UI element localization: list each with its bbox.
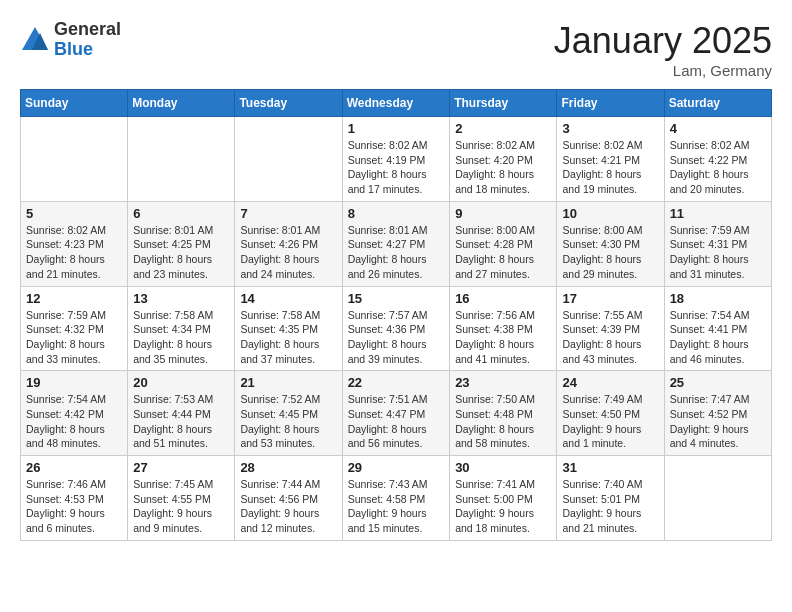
day-number: 10 <box>562 206 658 221</box>
calendar-cell: 4Sunrise: 8:02 AM Sunset: 4:22 PM Daylig… <box>664 117 771 202</box>
calendar-cell: 14Sunrise: 7:58 AM Sunset: 4:35 PM Dayli… <box>235 286 342 371</box>
day-info: Sunrise: 7:47 AM Sunset: 4:52 PM Dayligh… <box>670 392 766 451</box>
day-number: 31 <box>562 460 658 475</box>
day-number: 12 <box>26 291 122 306</box>
logo: General Blue <box>20 20 121 60</box>
day-info: Sunrise: 7:50 AM Sunset: 4:48 PM Dayligh… <box>455 392 551 451</box>
calendar-cell: 20Sunrise: 7:53 AM Sunset: 4:44 PM Dayli… <box>128 371 235 456</box>
calendar: SundayMondayTuesdayWednesdayThursdayFrid… <box>20 89 772 541</box>
calendar-cell <box>664 456 771 541</box>
day-info: Sunrise: 7:41 AM Sunset: 5:00 PM Dayligh… <box>455 477 551 536</box>
calendar-cell: 25Sunrise: 7:47 AM Sunset: 4:52 PM Dayli… <box>664 371 771 456</box>
calendar-cell: 3Sunrise: 8:02 AM Sunset: 4:21 PM Daylig… <box>557 117 664 202</box>
day-info: Sunrise: 8:00 AM Sunset: 4:28 PM Dayligh… <box>455 223 551 282</box>
day-number: 14 <box>240 291 336 306</box>
logo-icon <box>20 25 50 55</box>
month-title: January 2025 <box>554 20 772 62</box>
calendar-cell: 10Sunrise: 8:00 AM Sunset: 4:30 PM Dayli… <box>557 201 664 286</box>
day-info: Sunrise: 7:59 AM Sunset: 4:32 PM Dayligh… <box>26 308 122 367</box>
day-number: 16 <box>455 291 551 306</box>
calendar-cell: 8Sunrise: 8:01 AM Sunset: 4:27 PM Daylig… <box>342 201 450 286</box>
day-number: 18 <box>670 291 766 306</box>
calendar-cell: 1Sunrise: 8:02 AM Sunset: 4:19 PM Daylig… <box>342 117 450 202</box>
calendar-cell: 24Sunrise: 7:49 AM Sunset: 4:50 PM Dayli… <box>557 371 664 456</box>
location: Lam, Germany <box>554 62 772 79</box>
calendar-cell: 13Sunrise: 7:58 AM Sunset: 4:34 PM Dayli… <box>128 286 235 371</box>
day-number: 28 <box>240 460 336 475</box>
calendar-cell: 6Sunrise: 8:01 AM Sunset: 4:25 PM Daylig… <box>128 201 235 286</box>
day-info: Sunrise: 7:55 AM Sunset: 4:39 PM Dayligh… <box>562 308 658 367</box>
weekday-header-row: SundayMondayTuesdayWednesdayThursdayFrid… <box>21 90 772 117</box>
day-number: 11 <box>670 206 766 221</box>
calendar-cell: 11Sunrise: 7:59 AM Sunset: 4:31 PM Dayli… <box>664 201 771 286</box>
weekday-header: Saturday <box>664 90 771 117</box>
calendar-cell: 21Sunrise: 7:52 AM Sunset: 4:45 PM Dayli… <box>235 371 342 456</box>
calendar-cell: 30Sunrise: 7:41 AM Sunset: 5:00 PM Dayli… <box>450 456 557 541</box>
day-info: Sunrise: 7:49 AM Sunset: 4:50 PM Dayligh… <box>562 392 658 451</box>
weekday-header: Monday <box>128 90 235 117</box>
day-info: Sunrise: 7:54 AM Sunset: 4:42 PM Dayligh… <box>26 392 122 451</box>
day-number: 6 <box>133 206 229 221</box>
calendar-cell: 19Sunrise: 7:54 AM Sunset: 4:42 PM Dayli… <box>21 371 128 456</box>
day-info: Sunrise: 7:44 AM Sunset: 4:56 PM Dayligh… <box>240 477 336 536</box>
day-number: 7 <box>240 206 336 221</box>
logo-general: General <box>54 19 121 39</box>
day-info: Sunrise: 8:01 AM Sunset: 4:25 PM Dayligh… <box>133 223 229 282</box>
calendar-cell: 15Sunrise: 7:57 AM Sunset: 4:36 PM Dayli… <box>342 286 450 371</box>
calendar-cell: 27Sunrise: 7:45 AM Sunset: 4:55 PM Dayli… <box>128 456 235 541</box>
day-number: 9 <box>455 206 551 221</box>
weekday-header: Tuesday <box>235 90 342 117</box>
calendar-week-row: 1Sunrise: 8:02 AM Sunset: 4:19 PM Daylig… <box>21 117 772 202</box>
day-info: Sunrise: 8:02 AM Sunset: 4:23 PM Dayligh… <box>26 223 122 282</box>
calendar-cell: 22Sunrise: 7:51 AM Sunset: 4:47 PM Dayli… <box>342 371 450 456</box>
day-number: 24 <box>562 375 658 390</box>
calendar-cell: 16Sunrise: 7:56 AM Sunset: 4:38 PM Dayli… <box>450 286 557 371</box>
weekday-header: Wednesday <box>342 90 450 117</box>
day-number: 19 <box>26 375 122 390</box>
day-number: 13 <box>133 291 229 306</box>
calendar-cell: 2Sunrise: 8:02 AM Sunset: 4:20 PM Daylig… <box>450 117 557 202</box>
logo-blue: Blue <box>54 39 93 59</box>
day-info: Sunrise: 8:02 AM Sunset: 4:19 PM Dayligh… <box>348 138 445 197</box>
calendar-cell: 17Sunrise: 7:55 AM Sunset: 4:39 PM Dayli… <box>557 286 664 371</box>
calendar-cell: 23Sunrise: 7:50 AM Sunset: 4:48 PM Dayli… <box>450 371 557 456</box>
day-info: Sunrise: 8:02 AM Sunset: 4:22 PM Dayligh… <box>670 138 766 197</box>
title-block: January 2025 Lam, Germany <box>554 20 772 79</box>
day-number: 8 <box>348 206 445 221</box>
day-info: Sunrise: 7:43 AM Sunset: 4:58 PM Dayligh… <box>348 477 445 536</box>
weekday-header: Sunday <box>21 90 128 117</box>
calendar-cell: 26Sunrise: 7:46 AM Sunset: 4:53 PM Dayli… <box>21 456 128 541</box>
calendar-cell: 29Sunrise: 7:43 AM Sunset: 4:58 PM Dayli… <box>342 456 450 541</box>
calendar-week-row: 19Sunrise: 7:54 AM Sunset: 4:42 PM Dayli… <box>21 371 772 456</box>
day-number: 21 <box>240 375 336 390</box>
day-number: 20 <box>133 375 229 390</box>
day-info: Sunrise: 7:52 AM Sunset: 4:45 PM Dayligh… <box>240 392 336 451</box>
day-info: Sunrise: 7:58 AM Sunset: 4:34 PM Dayligh… <box>133 308 229 367</box>
calendar-cell <box>21 117 128 202</box>
calendar-cell <box>235 117 342 202</box>
calendar-cell: 7Sunrise: 8:01 AM Sunset: 4:26 PM Daylig… <box>235 201 342 286</box>
day-number: 15 <box>348 291 445 306</box>
day-number: 27 <box>133 460 229 475</box>
day-number: 4 <box>670 121 766 136</box>
day-number: 26 <box>26 460 122 475</box>
day-info: Sunrise: 8:01 AM Sunset: 4:27 PM Dayligh… <box>348 223 445 282</box>
day-number: 2 <box>455 121 551 136</box>
day-number: 30 <box>455 460 551 475</box>
day-number: 29 <box>348 460 445 475</box>
calendar-week-row: 26Sunrise: 7:46 AM Sunset: 4:53 PM Dayli… <box>21 456 772 541</box>
calendar-cell: 5Sunrise: 8:02 AM Sunset: 4:23 PM Daylig… <box>21 201 128 286</box>
calendar-cell: 28Sunrise: 7:44 AM Sunset: 4:56 PM Dayli… <box>235 456 342 541</box>
day-info: Sunrise: 7:46 AM Sunset: 4:53 PM Dayligh… <box>26 477 122 536</box>
calendar-week-row: 5Sunrise: 8:02 AM Sunset: 4:23 PM Daylig… <box>21 201 772 286</box>
day-info: Sunrise: 7:59 AM Sunset: 4:31 PM Dayligh… <box>670 223 766 282</box>
weekday-header: Friday <box>557 90 664 117</box>
weekday-header: Thursday <box>450 90 557 117</box>
day-info: Sunrise: 7:57 AM Sunset: 4:36 PM Dayligh… <box>348 308 445 367</box>
day-info: Sunrise: 8:01 AM Sunset: 4:26 PM Dayligh… <box>240 223 336 282</box>
day-info: Sunrise: 8:02 AM Sunset: 4:20 PM Dayligh… <box>455 138 551 197</box>
calendar-cell: 31Sunrise: 7:40 AM Sunset: 5:01 PM Dayli… <box>557 456 664 541</box>
day-number: 3 <box>562 121 658 136</box>
day-number: 17 <box>562 291 658 306</box>
day-info: Sunrise: 7:56 AM Sunset: 4:38 PM Dayligh… <box>455 308 551 367</box>
